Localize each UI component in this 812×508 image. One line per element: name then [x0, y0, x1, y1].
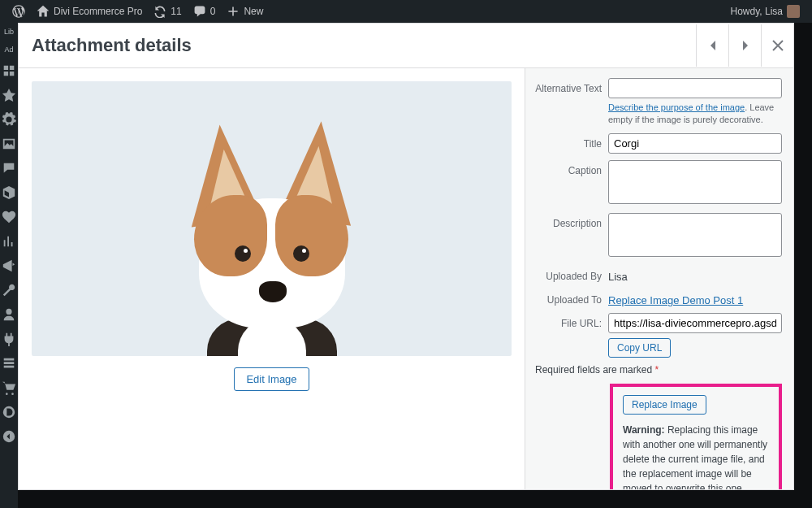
pin-icon[interactable]: [2, 88, 16, 102]
uploaded-to-link[interactable]: Replace Image Demo Post 1: [608, 294, 743, 306]
user-icon[interactable]: [2, 307, 16, 322]
howdy-text: Howdy, Lisa: [731, 6, 783, 17]
prev-button[interactable]: [696, 24, 728, 67]
attachment-image: [32, 81, 512, 356]
file-url-label: File URL:: [533, 313, 608, 329]
close-icon: [770, 37, 786, 54]
wp-admin-bar: Divi Ecommerce Pro 11 0 New Howdy, Lisa: [0, 0, 812, 23]
comments-item[interactable]: 0: [188, 0, 222, 23]
attachment-details-modal: Attachment details: [18, 23, 794, 490]
copy-url-button[interactable]: Copy URL: [608, 338, 671, 358]
gear-icon[interactable]: [2, 112, 16, 127]
sidebar-ad[interactable]: Ad: [4, 46, 13, 54]
replace-image-button[interactable]: Replace Image: [623, 395, 706, 415]
collapse-icon[interactable]: [2, 429, 16, 444]
updates-count: 11: [171, 6, 181, 17]
avatar: [787, 5, 800, 18]
cart-icon[interactable]: [2, 380, 16, 395]
media-icon[interactable]: [2, 137, 16, 151]
comment-icon: [193, 5, 206, 18]
site-name-item[interactable]: Divi Ecommerce Pro: [31, 0, 148, 23]
tools-icon[interactable]: [2, 356, 16, 371]
home-icon: [37, 5, 50, 18]
file-url-input[interactable]: [608, 313, 782, 333]
media-preview-column: Edit Image: [19, 68, 525, 489]
wordpress-icon: [12, 5, 25, 18]
wrench-icon[interactable]: [2, 283, 16, 297]
attachment-details-column: Alternative Text Describe the purpose of…: [525, 68, 793, 489]
alt-text-input[interactable]: [608, 78, 782, 98]
modal-title: Attachment details: [19, 24, 696, 67]
comments-count: 0: [210, 6, 216, 17]
howdy-item[interactable]: Howdy, Lisa: [725, 0, 806, 23]
dashboard-icon[interactable]: [2, 63, 16, 78]
chevron-left-icon: [705, 37, 721, 54]
required-note: Required fields are marked *: [535, 364, 782, 376]
title-label: Title: [533, 133, 608, 150]
wp-admin-sidebar: Lib Ad: [0, 23, 18, 508]
uploaded-by-value: Lisa: [608, 266, 782, 283]
updates-icon: [153, 5, 166, 18]
corgi-illustration: [150, 117, 394, 356]
uploaded-by-label: Uploaded By: [533, 266, 608, 282]
chart-icon[interactable]: [2, 234, 16, 249]
caption-label: Caption: [533, 160, 608, 176]
wp-logo[interactable]: [6, 0, 31, 23]
next-button[interactable]: [728, 24, 761, 67]
alt-text-label: Alternative Text: [533, 78, 608, 94]
replace-warning: Warning: Replacing this image with anoth…: [623, 423, 769, 489]
comments-icon[interactable]: [2, 161, 16, 176]
cube-icon[interactable]: [2, 185, 16, 200]
site-name: Divi Ecommerce Pro: [54, 6, 142, 17]
plugins-icon[interactable]: [2, 332, 16, 346]
modal-header: Attachment details: [19, 24, 793, 68]
megaphone-icon[interactable]: [2, 258, 16, 273]
replace-image-section: Replace Image Warning: Replacing this im…: [610, 384, 782, 489]
chevron-right-icon: [737, 37, 754, 54]
uploaded-to-label: Uploaded To: [533, 289, 608, 306]
close-button[interactable]: [761, 24, 793, 67]
new-item[interactable]: New: [221, 0, 269, 23]
new-label: New: [244, 6, 263, 17]
alt-text-help: Describe the purpose of the image. Leave…: [608, 102, 782, 127]
caption-input[interactable]: [608, 160, 782, 204]
alt-help-link[interactable]: Describe the purpose of the image: [608, 102, 745, 112]
updates-item[interactable]: 11: [148, 0, 187, 23]
description-input[interactable]: [608, 213, 782, 257]
description-label: Description: [533, 213, 608, 229]
edit-image-button[interactable]: Edit Image: [234, 367, 309, 391]
heart-icon[interactable]: [2, 210, 16, 224]
sidebar-lib[interactable]: Lib: [4, 28, 14, 36]
plus-icon: [227, 5, 240, 18]
divi-icon[interactable]: [2, 405, 16, 419]
title-input[interactable]: [608, 133, 782, 154]
